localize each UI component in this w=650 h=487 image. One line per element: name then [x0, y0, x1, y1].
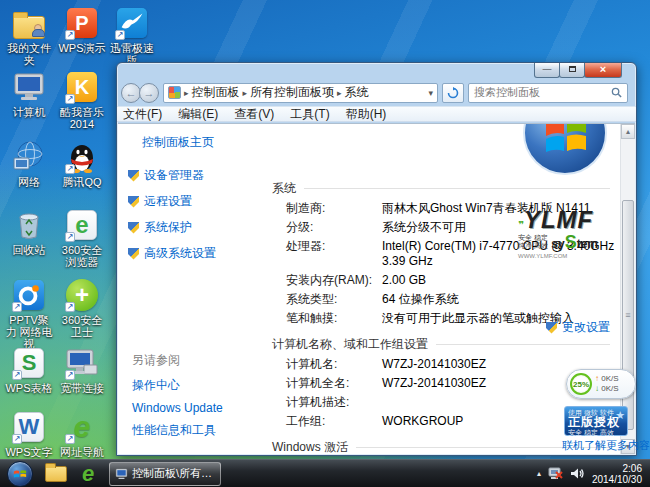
- folder-icon: [45, 466, 67, 482]
- menu-file[interactable]: 文件(F): [123, 106, 162, 123]
- forward-button[interactable]: →: [139, 83, 159, 103]
- close-button[interactable]: ×: [584, 63, 622, 78]
- desktop-icon-pptv[interactable]: ↗ PPTV聚力 网络电视: [4, 278, 54, 350]
- taskbar-task-control-panel[interactable]: 控制面板\所有控...: [109, 462, 221, 486]
- refresh-button[interactable]: [442, 83, 464, 103]
- shortcut-arrow-icon: ↗: [115, 30, 125, 40]
- scroll-up-button[interactable]: ▴: [621, 124, 635, 139]
- section-title-system: 系统: [272, 180, 610, 197]
- main-content: ❞YLMF 安全 稳定 纯净 高效 syStem WWW.YLMF.COM 系统…: [254, 124, 620, 454]
- broadband-icon: ↗: [65, 346, 99, 380]
- breadcrumb-item-system[interactable]: 系统: [345, 84, 369, 101]
- maximize-button[interactable]: [559, 63, 585, 78]
- taskbar-clock[interactable]: 2:06 2014/10/30: [592, 463, 642, 485]
- menu-tools[interactable]: 工具(T): [290, 106, 329, 123]
- taskbar: e 控制面板\所有控... ▴ 2:06 2014/10/30: [0, 459, 650, 487]
- shortcut-arrow-icon: ↗: [12, 302, 22, 312]
- sidebar-item-label: 高级系统设置: [144, 245, 216, 262]
- back-button[interactable]: ←: [121, 83, 141, 103]
- clock-time: 2:06: [592, 463, 642, 474]
- folder-user-icon: [13, 16, 45, 39]
- icon-label: 宽带连接: [57, 382, 107, 394]
- breadcrumb-item-control-panel[interactable]: 控制面板: [192, 84, 240, 101]
- sidebar-item-windows-update[interactable]: Windows Update: [132, 401, 254, 415]
- genuine-license-badge[interactable]: 使用 微软 软件 正版授权 安全 稳定 高效 ★: [564, 406, 628, 436]
- windows-flag-icon: [13, 467, 27, 481]
- menu-view[interactable]: 查看(V): [234, 106, 274, 123]
- icon-label: 腾讯QQ: [57, 176, 107, 188]
- sidebar-item-label: 设备管理器: [144, 167, 204, 184]
- shortcut-arrow-icon: ↗: [65, 30, 75, 40]
- change-settings-link[interactable]: 更改设置: [546, 319, 610, 336]
- sidebar-item-action-center[interactable]: 操作中心: [132, 377, 254, 394]
- desktop-icon-360-guard[interactable]: +↗ 360安全卫士: [57, 278, 107, 338]
- sidebar-item-performance-tools[interactable]: 性能信息和工具: [132, 422, 254, 439]
- desktop-icon-wps-presentation[interactable]: P↗ WPS演示: [57, 6, 107, 54]
- desktop-icon-my-folder[interactable]: 我的文件夹: [4, 6, 54, 66]
- desktop-icon-wps-spreadsheet[interactable]: S↗ WPS表格: [4, 346, 54, 394]
- row-computer-name: 计算机名:W7ZJ-20141030EZ: [272, 357, 620, 372]
- search-input[interactable]: 搜索控制面板: [468, 83, 628, 103]
- tray-expand-icon[interactable]: ▴: [537, 469, 541, 478]
- desktop-icon-broadband[interactable]: ↗ 宽带连接: [57, 346, 107, 394]
- sidebar-item-advanced-settings[interactable]: 高级系统设置: [128, 245, 254, 262]
- desktop-icon-network[interactable]: 网络: [4, 140, 54, 188]
- desktop-icon-kuwo-music[interactable]: K↗ 酷我音乐2014: [57, 70, 107, 130]
- breadcrumb-item-all-items[interactable]: 所有控制面板项: [250, 84, 334, 101]
- breadcrumb[interactable]: ▸ 控制面板 ▸ 所有控制面板项 ▸ 系统 ▾: [163, 83, 438, 103]
- sidebar-item-device-manager[interactable]: 设备管理器: [128, 167, 254, 184]
- task-button-label: 控制面板\所有控...: [132, 466, 215, 481]
- sidebar-item-remote-settings[interactable]: 远程设置: [128, 193, 254, 210]
- vertical-scrollbar[interactable]: ▴ ≡ ▾: [620, 124, 635, 454]
- caption-buttons: — ×: [535, 63, 622, 78]
- computer-icon: [12, 70, 46, 104]
- uac-shield-icon: [546, 322, 557, 334]
- chevron-right-icon: ▸: [184, 88, 189, 98]
- icon-label: 网址导航: [57, 446, 107, 458]
- scroll-up-icon: ▴: [626, 127, 630, 136]
- sidebar-item-system-protection[interactable]: 系统保护: [128, 219, 254, 236]
- volume-icon[interactable]: [570, 467, 585, 480]
- icon-label: PPTV聚力 网络电视: [4, 314, 54, 350]
- icon-label: 计算机: [4, 106, 54, 118]
- minimize-button[interactable]: —: [534, 63, 560, 78]
- system-tray: ▴ 2:06 2014/10/30: [537, 463, 650, 485]
- windows-logo: [522, 124, 608, 176]
- menu-bar: 文件(F) 编辑(E) 查看(V) 工具(T) 帮助(H): [117, 106, 636, 122]
- sidebar-item-control-panel-home[interactable]: 控制面板主页: [142, 134, 254, 151]
- network-speed-widget[interactable]: 25% ↑ 0K/S ↓ 0K/S: [566, 369, 636, 399]
- start-button[interactable]: [7, 461, 33, 487]
- shortcut-arrow-icon: ↗: [12, 370, 22, 380]
- desktop-icon-tencent-qq[interactable]: ↗ 腾讯QQ: [57, 140, 107, 188]
- back-icon: ←: [126, 87, 137, 99]
- desktop-icon-360-browser[interactable]: e↗ 360安全浏览器: [57, 208, 107, 268]
- desktop-icon-web-nav[interactable]: e↗ 网址导航: [57, 410, 107, 458]
- chevron-down-icon[interactable]: ▾: [428, 88, 433, 98]
- desktop-icon-wps-writer[interactable]: W↗ WPS文字: [4, 410, 54, 458]
- search-icon: [611, 87, 622, 98]
- web-nav-icon: e: [74, 410, 91, 444]
- taskbar-explorer-button[interactable]: [41, 462, 71, 486]
- ylmf-url: WWW.YLMF.COM: [518, 253, 606, 259]
- shortcut-arrow-icon: ↗: [65, 94, 75, 104]
- menu-edit[interactable]: 编辑(E): [178, 106, 218, 123]
- chevron-right-icon: ▸: [243, 88, 248, 98]
- refresh-icon: [447, 87, 459, 99]
- menu-help[interactable]: 帮助(H): [346, 106, 387, 123]
- shortcut-arrow-icon: ↗: [65, 232, 75, 242]
- sidebar-item-label: 系统保护: [144, 219, 192, 236]
- chevron-right-icon: ▸: [337, 88, 342, 98]
- forward-icon: →: [144, 87, 155, 99]
- scrollbar-grip-icon: ≡: [625, 310, 630, 320]
- maximize-icon: [569, 66, 576, 72]
- shortcut-arrow-icon: ↗: [12, 434, 22, 444]
- taskbar-browser-button[interactable]: e: [73, 462, 103, 486]
- activation-more-info-link[interactable]: 联机了解更多内容...: [562, 438, 650, 453]
- network-status-icon[interactable]: [548, 467, 563, 480]
- close-icon: ×: [600, 63, 606, 75]
- shortcut-arrow-icon: ↗: [65, 164, 75, 174]
- desktop-icon-xunlei[interactable]: ↗ 迅雷极速版: [107, 6, 157, 66]
- icon-label: 回收站: [4, 244, 54, 256]
- desktop-icon-recycle-bin[interactable]: 回收站: [4, 208, 54, 256]
- desktop-icon-computer[interactable]: 计算机: [4, 70, 54, 118]
